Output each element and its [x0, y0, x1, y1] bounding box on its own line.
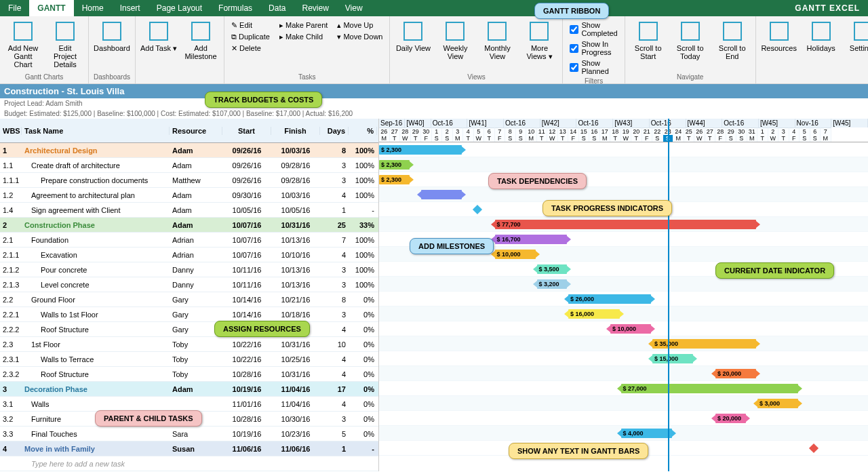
- gantt-bar[interactable]: $ 2,300: [379, 145, 462, 155]
- btn-dashboard[interactable]: Dashboard: [93, 18, 131, 52]
- btn--make-parent[interactable]: ▸ Make Parent: [277, 20, 330, 31]
- gantt-bar[interactable]: $ 4,000: [621, 429, 673, 438]
- gantt-bar[interactable]: $ 3,000: [757, 399, 798, 408]
- timeline-row[interactable]: $ 15,000: [379, 351, 868, 366]
- task-row[interactable]: 2.31st FloorToby10/22/1610/31/16100%: [0, 337, 378, 352]
- task-row[interactable]: 1.1Create draft of architectureAdam09/26…: [0, 158, 378, 173]
- col-resource[interactable]: Resource: [170, 127, 222, 135]
- task-row[interactable]: 2.3.1Walls to TerraceToby10/22/1610/25/1…: [0, 352, 378, 367]
- btn--move-down[interactable]: ▾ Move Down: [334, 32, 385, 42]
- gantt-bar[interactable]: $ 3,500: [537, 264, 568, 274]
- btn--duplicate[interactable]: ⧉ Duplicate: [229, 32, 273, 42]
- gantt-bar[interactable]: $ 2,300: [379, 160, 410, 170]
- task-row[interactable]: 3Decoration PhaseAdam10/19/1611/04/16170…: [0, 382, 378, 397]
- btn-add-task-[interactable]: Add Task ▾: [140, 18, 178, 52]
- task-row[interactable]: 1.1.1Prepare construction documentsMatth…: [0, 173, 378, 188]
- btn-daily-view[interactable]: Daily View: [394, 18, 432, 52]
- task-row[interactable]: 2.2.1Walls to 1st FloorGary10/14/1610/18…: [0, 307, 378, 322]
- gantt-bar[interactable]: $ 10,000: [495, 250, 536, 259]
- task-row[interactable]: 1.2Agreement to architectural planAdam09…: [0, 188, 378, 203]
- task-row[interactable]: 1Architectural DesignAdam09/26/1610/03/1…: [0, 143, 378, 158]
- gantt-bar[interactable]: $ 26,000: [568, 294, 651, 304]
- btn-settings[interactable]: Settings: [844, 18, 868, 52]
- tab-gantt[interactable]: GANTT: [29, 0, 73, 16]
- gantt-bar[interactable]: $ 16,700: [495, 235, 568, 244]
- task-row[interactable]: 2.3.2Roof StructureToby10/28/1610/31/164…: [0, 367, 378, 382]
- timeline-row[interactable]: $ 20,000: [379, 411, 868, 426]
- btn-resources[interactable]: Resources: [760, 18, 798, 52]
- tab-home[interactable]: Home: [74, 0, 112, 16]
- gantt-bar[interactable]: $ 15,000: [652, 354, 693, 363]
- gantt-bar[interactable]: $ 77,700: [495, 220, 757, 229]
- timeline-row[interactable]: $ 10,000: [379, 321, 868, 336]
- col-wbs[interactable]: WBS: [0, 127, 22, 135]
- callout-milestones: ADD MILESTONES: [410, 238, 494, 254]
- timeline-row[interactable]: $ 2,300: [379, 157, 868, 172]
- gantt-bar[interactable]: $ 20,000: [715, 414, 746, 423]
- task-row[interactable]: 3.3Final TouchesSara10/19/1610/23/1650%: [0, 427, 378, 441]
- gantt-bar[interactable]: $ 10,000: [610, 324, 651, 334]
- btn--make-child[interactable]: ▸ Make Child: [277, 32, 330, 42]
- chk-show-planned[interactable]: Show Planned: [567, 58, 620, 76]
- btn-edit-project-details[interactable]: Edit Project Details: [46, 18, 84, 68]
- btn-scroll-to-start[interactable]: Scroll to Start: [629, 18, 667, 60]
- task-row[interactable]: 2.2.2Roof StructureGary10/18/1610/21/164…: [0, 322, 378, 337]
- timeline-row[interactable]: $ 4,000: [379, 426, 868, 441]
- tab-view[interactable]: View: [337, 0, 371, 16]
- gantt-bar[interactable]: $ 27,000: [621, 384, 799, 393]
- task-row[interactable]: 2.2Ground FloorGary10/14/1610/21/1680%: [0, 292, 378, 307]
- chk-show-in-progress[interactable]: Show In Progress: [567, 39, 620, 57]
- timeline-row[interactable]: $ 2,300: [379, 172, 868, 187]
- btn-monthly-view[interactable]: Monthly View: [478, 18, 516, 60]
- chk-show-completed[interactable]: Show Completed: [567, 20, 620, 38]
- timeline-row[interactable]: $ 3,000: [379, 396, 868, 411]
- gantt-bar[interactable]: [421, 190, 462, 199]
- gantt-bar[interactable]: $ 2,300: [379, 175, 410, 184]
- task-row[interactable]: 3.1Walls11/01/1611/04/1640%: [0, 397, 378, 412]
- timeline-row[interactable]: $ 77,700: [379, 217, 868, 232]
- tab-page-layout[interactable]: Page Layout: [149, 0, 210, 16]
- callout-parent: PARENT & CHILD TASKS: [95, 410, 202, 427]
- task-row[interactable]: 2.1FoundationAdrian10/07/1610/13/167100%: [0, 233, 378, 248]
- timeline-row[interactable]: $ 26,000: [379, 292, 868, 307]
- timeline-row[interactable]: $ 27,000: [379, 381, 868, 396]
- btn--edit[interactable]: ✎ Edit: [229, 20, 273, 31]
- btn-more-views-[interactable]: More Views ▾: [520, 18, 558, 60]
- btn-weekly-view[interactable]: Weekly View: [436, 18, 474, 60]
- timeline-row[interactable]: $ 16,000: [379, 307, 868, 321]
- btn-add-milestone[interactable]: Add Milestone: [182, 18, 220, 60]
- tab-review[interactable]: Review: [294, 0, 336, 16]
- timeline-row[interactable]: $ 2,300: [379, 142, 868, 157]
- new-task-row[interactable]: Type here to add a new task: [0, 456, 378, 471]
- timeline-row[interactable]: $ 35,000: [379, 336, 868, 351]
- milestone-diamond[interactable]: [808, 443, 818, 453]
- btn-holidays[interactable]: Holidays: [802, 18, 840, 52]
- col-finish[interactable]: Finish: [271, 127, 320, 135]
- task-row[interactable]: 2.1.3Level concreteDanny10/11/1610/13/16…: [0, 277, 378, 292]
- gantt-bar[interactable]: $ 20,000: [715, 369, 756, 378]
- task-row[interactable]: 2.1.1ExcavationAdrian10/07/1610/10/16410…: [0, 248, 378, 262]
- tab-insert[interactable]: Insert: [112, 0, 149, 16]
- task-row[interactable]: 2.1.2Pour concreteDanny10/11/1610/13/163…: [0, 262, 378, 277]
- milestone-diamond[interactable]: [472, 205, 481, 214]
- timeline-row[interactable]: $ 20,000: [379, 366, 868, 381]
- task-row[interactable]: 1.4Sign agreement with ClientAdam10/05/1…: [0, 203, 378, 218]
- tab-data[interactable]: Data: [260, 0, 294, 16]
- col-task[interactable]: Task Name: [22, 127, 170, 135]
- btn--delete[interactable]: ✕ Delete: [229, 43, 273, 54]
- btn-add-new-gantt-chart[interactable]: Add New Gantt Chart: [4, 18, 42, 68]
- col-days[interactable]: Days: [320, 127, 349, 135]
- col-start[interactable]: Start: [222, 127, 271, 135]
- gantt-bar[interactable]: $ 16,000: [568, 309, 620, 319]
- tab-file[interactable]: File: [0, 0, 29, 16]
- timeline-row[interactable]: $ 3,200: [379, 277, 868, 292]
- gantt-bar[interactable]: $ 3,200: [537, 279, 568, 289]
- btn-scroll-to-end[interactable]: Scroll to End: [713, 18, 751, 60]
- task-row[interactable]: 4Move in with FamilySusan11/06/1611/06/1…: [0, 441, 378, 456]
- timeline[interactable]: Sep-16[W40]Oct-16[W41]Oct-16[W42]Oct-16[…: [378, 119, 868, 471]
- btn--move-up[interactable]: ▴ Move Up: [334, 20, 385, 31]
- col-pct[interactable]: %: [349, 127, 377, 135]
- tab-formulas[interactable]: Formulas: [210, 0, 260, 16]
- task-row[interactable]: 2Construction PhaseAdam10/07/1610/31/162…: [0, 218, 378, 233]
- btn-scroll-to-today[interactable]: Scroll to Today: [671, 18, 709, 60]
